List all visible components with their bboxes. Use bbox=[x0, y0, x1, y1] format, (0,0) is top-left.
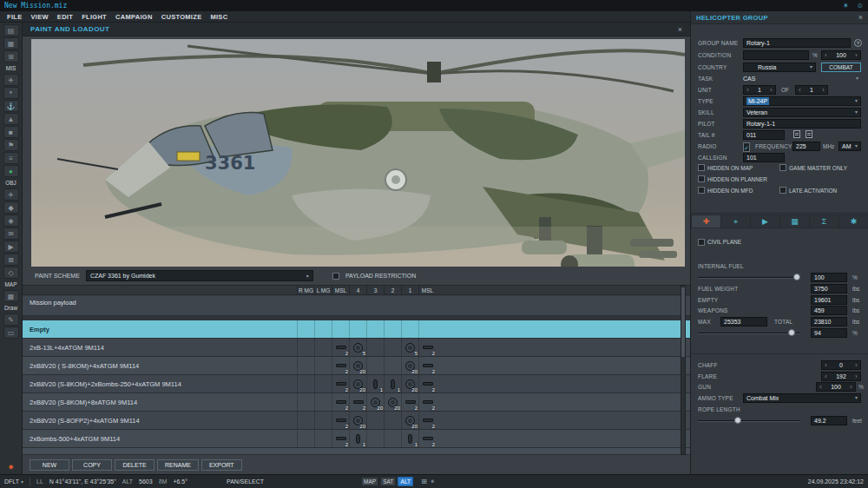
increment-icon[interactable]: › bbox=[852, 361, 860, 369]
increment-icon[interactable]: › bbox=[852, 373, 860, 380]
pencil-icon[interactable]: ✎ bbox=[3, 313, 19, 326]
menu-item-edit[interactable]: EDIT bbox=[53, 13, 77, 21]
layer-sat-button[interactable]: SAT bbox=[380, 477, 396, 486]
checkbox-game-master-only[interactable]: GAME MASTER ONLY bbox=[779, 164, 847, 171]
modulation-dropdown[interactable]: AM ▾ bbox=[838, 142, 861, 151]
combat-button[interactable]: COMBAT bbox=[821, 63, 861, 72]
open-mission-icon[interactable]: ▦ bbox=[3, 37, 19, 49]
systems-tab[interactable]: ▦ bbox=[779, 215, 809, 228]
layer-alt-button[interactable]: ALT bbox=[398, 477, 413, 486]
decrement-icon[interactable]: ‹ bbox=[744, 86, 752, 94]
increment-icon[interactable]: › bbox=[847, 383, 855, 391]
plane-group-icon[interactable]: ✈ bbox=[3, 188, 19, 201]
callsign-input[interactable]: 101 bbox=[743, 153, 785, 162]
template-icon[interactable]: ◈ bbox=[3, 214, 19, 227]
ammo-type-dropdown[interactable]: Combat Mix ▾ bbox=[743, 393, 861, 403]
checkbox-hidden-on-planner[interactable]: HIDDEN ON PLANNER bbox=[698, 175, 767, 182]
tail-number-input[interactable]: 011 bbox=[743, 130, 785, 140]
payload-row[interactable]: 2xB-13L+4xATGM 9M1142552 bbox=[23, 339, 690, 357]
civil-plane-checkbox[interactable]: CIVIL PLANE bbox=[698, 237, 741, 247]
copy-button[interactable]: COPY bbox=[72, 459, 112, 471]
chaff-spinner[interactable]: ‹ 0 › bbox=[821, 360, 861, 370]
message-icon[interactable]: ✉ bbox=[3, 228, 19, 240]
coord-system-dropdown[interactable]: DFLT ▾ bbox=[4, 478, 23, 485]
payload-row[interactable]: 2xB8V20 (S-8KOM)+2xBombs-250+4xATGM 9M11… bbox=[23, 375, 690, 393]
options-tab[interactable]: ✱ bbox=[838, 215, 868, 228]
paint-loadout-tab[interactable]: ✚ bbox=[691, 215, 720, 228]
menu-item-view[interactable]: VIEW bbox=[26, 13, 52, 21]
payload-restriction-checkbox[interactable] bbox=[332, 273, 339, 280]
vehicle-icon[interactable]: ▲ bbox=[3, 113, 19, 125]
play-icon[interactable]: ▶ bbox=[3, 241, 19, 253]
increment-icon[interactable]: › bbox=[819, 86, 827, 94]
condition-spinner[interactable]: ‹ 100 › bbox=[821, 50, 861, 60]
scrollbar-thumb[interactable] bbox=[681, 287, 685, 357]
menu-item-misc[interactable]: MISC bbox=[206, 13, 232, 21]
payload-tab[interactable]: ▶ bbox=[750, 215, 779, 228]
help-icon[interactable]: ? bbox=[854, 39, 862, 47]
static-object-icon[interactable]: ■ bbox=[3, 126, 19, 138]
ship-icon[interactable]: ⚓ bbox=[3, 100, 19, 112]
new-mission-icon[interactable]: ▤ bbox=[3, 24, 19, 36]
payload-row[interactable]: 2xB8V20 ( S-8KOM)+4xATGM 9M114220202 bbox=[23, 357, 690, 375]
slider-handle[interactable] bbox=[734, 417, 741, 424]
chevron-down-icon[interactable]: ▾ bbox=[856, 74, 858, 83]
slider-handle[interactable] bbox=[793, 274, 800, 280]
decrement-icon[interactable]: ‹ bbox=[822, 373, 830, 380]
list-icon[interactable]: ≡ bbox=[3, 152, 19, 164]
shape-icon[interactable]: ▭ bbox=[3, 326, 19, 339]
slider-track[interactable] bbox=[698, 333, 800, 334]
task-value[interactable]: CAS bbox=[743, 74, 755, 83]
flag-icon[interactable]: ⚑ bbox=[3, 139, 19, 151]
max-weight-input[interactable]: 25353 bbox=[720, 317, 767, 326]
trigger-zone-icon[interactable]: ● bbox=[3, 165, 19, 177]
group-name-input[interactable]: Rotary-1 bbox=[743, 38, 851, 48]
payload-row[interactable]: 2xB8V20 (S-8OFP2)+4xATGM 9M114220202 bbox=[23, 412, 690, 430]
aircraft-icon[interactable]: ✈ bbox=[3, 74, 19, 86]
increment-icon[interactable]: › bbox=[852, 51, 860, 59]
map-layers-icon[interactable]: ▦ bbox=[3, 290, 19, 302]
menu-item-campaign[interactable]: CAMPAIGN bbox=[111, 13, 157, 21]
condition-input[interactable] bbox=[743, 50, 809, 60]
slider-track[interactable] bbox=[698, 277, 800, 279]
summary-tab[interactable]: Σ bbox=[809, 215, 838, 228]
measure-icon[interactable]: ⊞ bbox=[421, 478, 427, 485]
payload-row[interactable]: Empty bbox=[23, 320, 690, 339]
decrement-icon[interactable]: ‹ bbox=[817, 383, 825, 391]
menu-item-file[interactable]: FILE bbox=[3, 13, 26, 21]
decrement-icon[interactable]: ‹ bbox=[796, 86, 804, 94]
close-icon[interactable]: × bbox=[678, 25, 682, 34]
type-dropdown[interactable]: Mi-24P ▾ bbox=[743, 96, 861, 106]
marker-icon[interactable]: ◇ bbox=[3, 267, 19, 279]
unit-number-spinner[interactable]: ‹ 1 › bbox=[743, 85, 776, 95]
checkbox-hidden-on-map[interactable]: HIDDEN ON MAP bbox=[698, 164, 753, 171]
route-tab[interactable]: ⌖ bbox=[720, 215, 750, 228]
unit-total-spinner[interactable]: ‹ 1 › bbox=[795, 85, 828, 95]
payload-scrollbar[interactable] bbox=[681, 285, 686, 455]
paste-icon[interactable] bbox=[806, 130, 812, 138]
increment-icon[interactable]: › bbox=[767, 86, 775, 94]
flare-spinner[interactable]: ‹ 192 › bbox=[821, 372, 861, 381]
decrement-icon[interactable]: ‹ bbox=[822, 51, 830, 59]
copy-icon[interactable] bbox=[793, 130, 800, 138]
compass-icon[interactable]: ⌖ bbox=[431, 478, 435, 485]
payload-row[interactable]: 2xB8V20 (S-8KOM)+8xATGM 9M11422202022 bbox=[23, 393, 690, 412]
save-mission-icon[interactable]: ⊞ bbox=[3, 50, 19, 63]
total-weight-input[interactable]: 23810 bbox=[811, 317, 847, 326]
frequency-input[interactable]: 225 bbox=[792, 142, 820, 151]
rope-length-value[interactable]: 49.2 bbox=[811, 416, 847, 425]
rename-button[interactable]: RENAME bbox=[157, 459, 199, 471]
menu-item-customize[interactable]: CUSTOMIZE bbox=[157, 13, 207, 21]
skill-dropdown[interactable]: Veteran ▾ bbox=[743, 108, 861, 117]
layer-map-button[interactable]: MAP bbox=[361, 477, 378, 486]
close-icon[interactable]: × bbox=[858, 13, 863, 22]
checkbox-late-activation[interactable]: LATE ACTIVATION bbox=[779, 187, 837, 194]
user-icon[interactable]: ☺ bbox=[857, 0, 864, 11]
internal-fuel-value[interactable]: 100 bbox=[811, 273, 847, 282]
decrement-icon[interactable]: ‹ bbox=[822, 361, 830, 369]
record-icon[interactable]: ● bbox=[3, 460, 19, 472]
radio-checkbox[interactable]: ✓ bbox=[743, 142, 750, 152]
slider-handle[interactable] bbox=[788, 329, 795, 336]
helicopter-icon[interactable]: ⌖ bbox=[3, 87, 19, 99]
delete-button[interactable]: DELETE bbox=[115, 459, 155, 471]
